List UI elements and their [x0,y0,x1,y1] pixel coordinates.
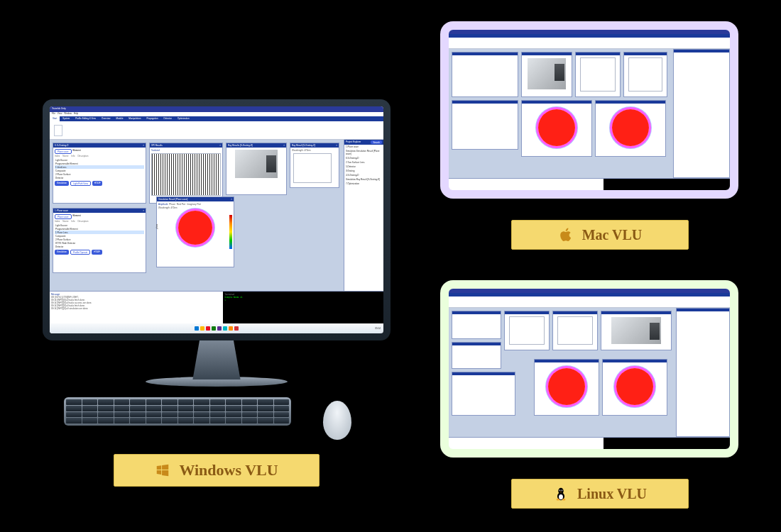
windows-monitor: Visionlab Unity File View Window Help St… [43,99,390,387]
linux-caption-label: Linux VLU [577,486,647,502]
linux-panel [452,372,515,416]
search-button[interactable]: Search [371,140,382,144]
taskbar-icon[interactable] [200,326,204,331]
svg-point-6 [562,490,562,491]
tab-plane-wave[interactable]: Plane wave [55,214,72,219]
linux-panel [552,311,598,350]
taskbar-icon[interactable] [206,326,210,331]
panel-planewave-title: 1: Plane wave [55,209,68,212]
simulation-heatmap[interactable] [178,211,212,245]
ribbon-tab-optimization[interactable]: Optimization [175,116,192,121]
simulation-button[interactable]: Simulation [55,250,69,255]
windows-taskbar[interactable]: 09:14 [50,323,383,333]
windows-caption[interactable]: Windows VLU [114,454,320,487]
tab-plane-wave[interactable]: Plane wave [55,149,72,154]
panel-simresult[interactable]: Simulation Result [Plane wave]× Amplitud… [156,196,234,267]
project-explorer[interactable]: Project Explorer Search 1.Plane wave Sim… [344,140,383,291]
taskbar-icon[interactable] [217,326,222,331]
mouse [323,401,351,440]
tab-realpart[interactable]: Real Part [177,203,186,206]
monitor-bezel: Visionlab Unity File View Window Help St… [43,99,390,340]
linux-panel [601,311,672,350]
light-path-view-button[interactable]: Light Path View [70,181,91,186]
htif-button[interactable]: HT&IF [92,181,103,186]
profile-operate-button[interactable]: Profile Operate [70,250,90,255]
windows-desktop: Visionlab Unity File View Window Help St… [50,106,383,333]
windows-icon [155,462,170,478]
mac-card [440,21,738,199]
taskbar-time: 09:14 [375,327,381,330]
taskbar-icon[interactable] [223,326,227,331]
panel-planewave[interactable]: 1: Plane wave× Plane wave Element Index … [53,208,146,273]
mac-panel [623,52,667,97]
taskbar-icon[interactable] [234,326,239,331]
linux-ray-chart [557,316,593,345]
panel-vpi[interactable]: VPI Results× Toolwind Ray Region [149,143,223,204]
linux-3d-view [611,317,661,344]
panel-rayresult[interactable]: Ray Result [S-Grating-D]× Wavelength: 47… [290,143,339,188]
ribbon-tab-profile[interactable]: Profile Editing & View [72,116,99,121]
ribbon-tab-start[interactable]: Start [50,116,60,121]
ribbon-tab-module[interactable]: Module [114,116,126,121]
tab-toolwind[interactable]: Toolwind [151,149,221,152]
close-icon[interactable]: × [336,144,337,147]
panel-rayresults[interactable]: Ray Results [S-Grating-D]× [226,143,287,195]
mac-caption-label: Mac VLU [582,227,643,243]
linux-heatmap [548,368,585,405]
mac-caption[interactable]: Mac VLU [511,220,689,250]
linux-project-explorer [676,308,730,437]
explorer-item[interactable]: 7.Optimization [344,182,383,186]
linux-panel [452,311,501,339]
ribbon-tab-overview[interactable]: Overview [99,116,114,121]
tree-row[interactable]: Detector [55,245,144,248]
close-icon[interactable]: × [231,198,232,201]
ribbon-tab-manipulation[interactable]: Manipulation [126,116,143,121]
panel-rayresult-title: Ray Result [S-Grating-D] [292,144,315,147]
linux-panel [534,359,599,416]
ray-3d-view[interactable] [235,150,278,178]
simulation-button[interactable]: Simulation [55,181,69,186]
svg-point-7 [557,499,560,501]
colorbar [229,215,232,249]
mac-ray-chart [628,57,662,92]
tab-element[interactable]: Element [73,214,81,219]
mac-bottom [449,178,730,190]
mac-panel [575,52,621,97]
linux-subribbon [449,297,730,308]
ribbon-new-icon[interactable] [54,125,62,136]
ribbon-tab-detector[interactable]: Detector [161,116,175,121]
app-titlebar[interactable]: Visionlab Unity [50,106,383,112]
close-icon[interactable]: × [283,144,285,147]
linux-panel [602,359,667,416]
close-icon[interactable]: × [219,144,221,147]
htif-button[interactable]: HT&IF [92,250,102,255]
close-icon[interactable]: × [143,209,144,212]
svg-point-2 [559,494,563,499]
linux-body [449,308,730,437]
tab-amplitude[interactable]: Amplitude [158,203,168,206]
tree-row[interactable]: Detector [55,176,144,179]
mac-screenshot [449,30,730,190]
tab-imagpart[interactable]: Imaginary Part [187,203,201,206]
mac-heatmap [612,109,649,146]
taskbar-icon[interactable] [212,326,216,331]
ray-scatter-chart[interactable] [293,153,332,183]
linux-panel [504,311,550,350]
tab-element[interactable]: Element [73,149,81,154]
tab-phase[interactable]: Phase [169,203,175,206]
close-icon[interactable]: × [143,144,144,147]
mac-project-explorer [673,49,730,178]
ribbon-tab-system[interactable]: System [60,116,72,121]
mac-panel [521,52,572,97]
keyboard [64,397,291,426]
monitor-stand [174,340,259,379]
linux-caption[interactable]: Linux VLU [511,479,689,509]
taskbar-icon[interactable] [195,326,199,331]
ribbon-tab-propagation[interactable]: Propagation [143,116,160,121]
windows-caption-label: Windows VLU [179,461,278,480]
app-ribbon[interactable]: Start System Profile Editing & View Over… [50,116,383,121]
taskbar-icon[interactable] [229,326,233,331]
panel-grating-title: 6: S-Grating-D [55,144,68,147]
panel-grating[interactable]: 6: S-Grating-D× Plane wave Element Index… [53,143,146,204]
explorer-item[interactable]: Simulation.Simulation Result [Plane wave… [344,149,383,156]
